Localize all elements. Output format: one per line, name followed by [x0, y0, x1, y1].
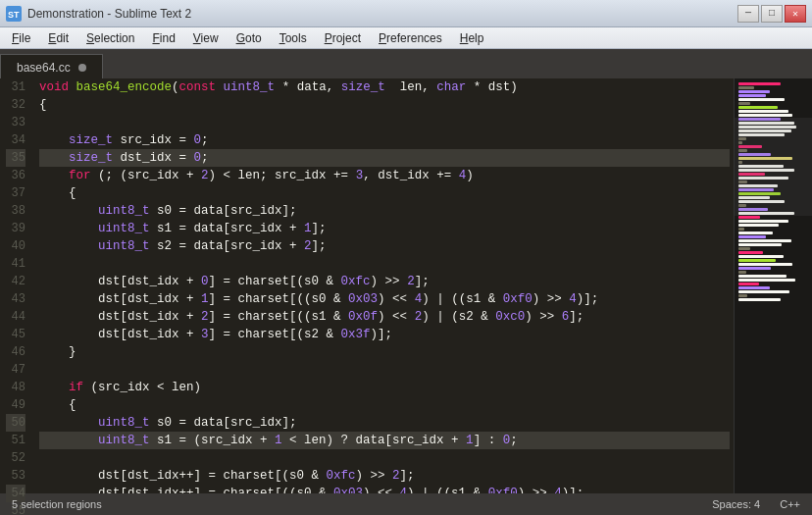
menu-bar: File Edit Selection Find View Goto Tools…	[0, 27, 812, 49]
maximize-button[interactable]: □	[761, 5, 783, 23]
line-number: 40	[6, 237, 25, 255]
menu-project[interactable]: Project	[317, 29, 369, 47]
line-number: 46	[6, 343, 25, 361]
line-number: 36	[6, 167, 25, 184]
title-left: ST Demonstration - Sublime Text 2	[6, 6, 191, 22]
status-bar: 5 selection regions Spaces: 4 C++	[0, 493, 812, 515]
code-line-44: dst[dst_idx + 3] = charset[(s2 & 0x3f)];	[39, 326, 730, 343]
menu-file[interactable]: File	[4, 29, 38, 47]
line-number: 42	[6, 273, 25, 290]
code-line-33	[39, 114, 730, 131]
code-line-39: uint8_t s1 = data[src_idx + 1];	[39, 220, 730, 237]
code-line-47: if (src_idx < len)	[39, 379, 730, 396]
app-icon: ST	[6, 6, 22, 22]
menu-view[interactable]: View	[185, 29, 227, 47]
minimap[interactable]	[734, 78, 812, 493]
code-line-52: dst[dst_idx++] = charset[(s0 & 0xfc) >> …	[39, 467, 730, 485]
code-line-45: }	[39, 343, 730, 361]
status-right: Spaces: 4 C++	[712, 498, 800, 510]
code-line-41-blank	[39, 255, 730, 273]
spaces-status: Spaces: 4	[712, 498, 760, 510]
line-number: 39	[6, 220, 25, 237]
code-line-38: uint8_t s0 = data[src_idx];	[39, 202, 730, 220]
line-number: 51	[6, 432, 25, 449]
line-number: 45	[6, 326, 25, 343]
language-status[interactable]: C++	[780, 498, 800, 510]
line-number: 43	[6, 290, 25, 308]
file-tab[interactable]: base64.cc	[0, 54, 103, 78]
line-number-gutter: 31 32 33 34 35 36 37 38 39 40 41 42 43 4…	[0, 78, 35, 493]
code-line-40: uint8_t s2 = data[src_idx + 2];	[39, 237, 730, 255]
line-number: 49	[6, 396, 25, 414]
minimize-button[interactable]: ─	[737, 5, 759, 23]
line-number: 52	[6, 449, 25, 467]
tab-bar: base64.cc	[0, 49, 812, 78]
title-bar: ST Demonstration - Sublime Text 2 ─ □ ✕	[0, 0, 812, 27]
code-line-48: {	[39, 396, 730, 414]
code-line-51	[39, 449, 730, 467]
line-number: 33	[6, 114, 25, 131]
code-line-50: uint8_t s1 = (src_idx + 1 < len) ? data[…	[39, 432, 730, 449]
code-line-31: void base64_encode(const uint8_t * data,…	[39, 78, 730, 96]
editor-area: 31 32 33 34 35 36 37 38 39 40 41 42 43 4…	[0, 78, 812, 493]
line-number: 38	[6, 202, 25, 220]
menu-selection[interactable]: Selection	[78, 29, 142, 47]
menu-edit[interactable]: Edit	[40, 29, 76, 47]
line-number: 47	[6, 361, 25, 379]
line-number: 44	[6, 308, 25, 326]
selection-regions-status: 5 selection regions	[12, 498, 102, 510]
svg-text:ST: ST	[8, 10, 20, 20]
title-text: Demonstration - Sublime Text 2	[27, 7, 191, 21]
tab-modified-indicator	[78, 64, 86, 72]
line-number: 37	[6, 184, 25, 202]
line-number: 48	[6, 379, 25, 396]
line-number: 32	[6, 96, 25, 114]
menu-help[interactable]: Help	[452, 29, 492, 47]
code-line-43: dst[dst_idx + 2] = charset[((s1 & 0x0f) …	[39, 308, 730, 326]
close-button[interactable]: ✕	[785, 5, 806, 23]
menu-goto[interactable]: Goto	[228, 29, 270, 47]
code-line-32: {	[39, 96, 730, 114]
window-controls: ─ □ ✕	[737, 5, 806, 23]
line-number: 31	[6, 78, 25, 96]
code-line-36-blank: for (; (src_idx + 2) < len; src_idx += 3…	[39, 167, 730, 184]
menu-preferences[interactable]: Preferences	[371, 29, 450, 47]
menu-find[interactable]: Find	[144, 29, 182, 47]
line-number: 34	[6, 131, 25, 149]
code-line-49: uint8_t s0 = data[src_idx];	[39, 414, 730, 432]
line-number: 41	[6, 255, 25, 273]
code-editor[interactable]: void base64_encode(const uint8_t * data,…	[35, 78, 734, 493]
code-line-37: {	[39, 184, 730, 202]
line-number: 35	[6, 149, 25, 167]
code-line-35: size_t dst_idx = 0;	[39, 149, 730, 167]
minimap-viewport	[735, 118, 812, 216]
menu-tools[interactable]: Tools	[272, 29, 315, 47]
code-line-46	[39, 361, 730, 379]
tab-filename: base64.cc	[17, 61, 71, 75]
line-number: 53	[6, 467, 25, 485]
code-line-53: dst[dst_idx++] = charset[((s0 & 0x03) <<…	[39, 485, 730, 493]
line-number: 50	[6, 414, 25, 432]
code-line-41: dst[dst_idx + 0] = charset[(s0 & 0xfc) >…	[39, 273, 730, 290]
code-line-34: size_t src_idx = 0;	[39, 131, 730, 149]
code-line-42: dst[dst_idx + 1] = charset[((s0 & 0x03) …	[39, 290, 730, 308]
